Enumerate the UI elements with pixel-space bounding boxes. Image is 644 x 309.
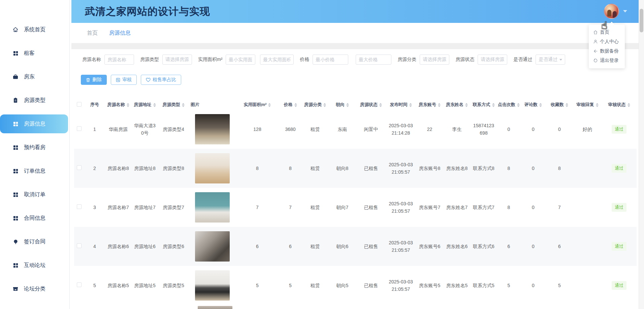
cell-favs: 0 bbox=[546, 110, 573, 149]
cell-orient: 东南 bbox=[328, 110, 356, 149]
cell-status: 已租售 bbox=[356, 149, 386, 188]
breadcrumb-current[interactable]: 房源信息 bbox=[109, 30, 131, 37]
cell-image bbox=[189, 110, 236, 149]
cell-time: 2025-03-03 21:14:28 bbox=[386, 110, 416, 149]
housing-name-input[interactable] bbox=[104, 55, 134, 65]
sidebar-item-cancelled-orders[interactable]: 取消订单 bbox=[0, 185, 69, 204]
sidebar-item-system-home[interactable]: 系统首页 bbox=[0, 20, 69, 39]
row-checkbox[interactable] bbox=[77, 243, 82, 248]
delete-button[interactable]: 删除 bbox=[81, 75, 107, 85]
sort-icon[interactable] bbox=[379, 103, 382, 107]
sidebar-item-forum[interactable]: 互动论坛 bbox=[0, 256, 69, 275]
cell-name: 房源名称7 bbox=[105, 188, 131, 227]
min-price-input[interactable] bbox=[313, 55, 348, 65]
home-icon bbox=[593, 30, 598, 35]
sidebar-item-housing-types[interactable]: 房源类型 bbox=[0, 91, 69, 110]
review-icon bbox=[116, 78, 120, 82]
passed-select[interactable]: 是否通过 bbox=[536, 55, 565, 65]
cell-addr: 华南大道30号 bbox=[131, 110, 158, 149]
sort-icon[interactable] bbox=[492, 103, 495, 107]
grid-icon bbox=[12, 168, 19, 174]
sort-icon[interactable] bbox=[438, 103, 441, 107]
sort-icon[interactable] bbox=[323, 103, 326, 107]
app-header: 武清之家网站的设计与实现 bbox=[71, 0, 639, 23]
cell-name: 华南房源 bbox=[105, 110, 131, 149]
sort-icon[interactable] bbox=[153, 103, 156, 107]
sort-icon[interactable] bbox=[596, 103, 599, 107]
cell-account: 房东账号7 bbox=[416, 188, 443, 227]
cell-image bbox=[189, 188, 236, 227]
sort-icon[interactable] bbox=[465, 103, 468, 107]
header-owner: 房东姓名 bbox=[443, 100, 471, 110]
cell-comments: 0 bbox=[521, 110, 546, 149]
cell-favs: 7 bbox=[546, 188, 573, 227]
sidebar-item-landlords[interactable]: 房东 bbox=[0, 67, 69, 86]
cell-addr: 房源地址5 bbox=[131, 266, 158, 305]
housing-status-select[interactable]: 请选择房源 bbox=[478, 55, 507, 65]
cell-account: 房东账号8 bbox=[416, 149, 443, 188]
sidebar-item-housing-info[interactable]: 房源信息 bbox=[0, 114, 68, 133]
row-checkbox[interactable] bbox=[77, 282, 82, 287]
menu-item-logout[interactable]: 退出登录 bbox=[593, 56, 625, 65]
header-contact: 联系方式 bbox=[471, 100, 497, 110]
header-account: 房东账号 bbox=[416, 100, 443, 110]
sidebar-item-label: 系统首页 bbox=[24, 26, 45, 33]
sort-icon[interactable] bbox=[127, 103, 129, 107]
table-row: 5 房源名称5 房源地址5 房源类型5 5 5 租赁 朝向5 已租售 2025-… bbox=[74, 266, 637, 305]
max-area-input[interactable] bbox=[260, 55, 294, 65]
sort-icon[interactable] bbox=[566, 103, 568, 107]
row-checkbox[interactable] bbox=[77, 165, 82, 170]
sort-icon[interactable] bbox=[539, 103, 542, 107]
user-dropdown-menu: 首页 个人中心 数据备份 退出登录 bbox=[589, 25, 625, 68]
cell-price: 7 bbox=[279, 188, 302, 227]
sidebar-item-viewing-appointments[interactable]: 预约看房 bbox=[0, 138, 69, 157]
store-icon bbox=[12, 285, 19, 292]
sort-icon[interactable] bbox=[346, 103, 349, 107]
rent-sale-ratio-button[interactable]: 租售率占比 bbox=[141, 75, 181, 85]
cell-audit: 通过 bbox=[602, 149, 637, 188]
breadcrumb-home[interactable]: 首页 bbox=[87, 30, 98, 37]
sidebar-item-label: 签订合同 bbox=[24, 238, 45, 245]
row-checkbox[interactable] bbox=[77, 204, 82, 209]
housing-category-select[interactable]: 请选择房源 bbox=[420, 55, 449, 65]
page-scrollbar[interactable] bbox=[639, 0, 644, 309]
sort-icon[interactable] bbox=[627, 103, 630, 107]
min-area-input[interactable] bbox=[226, 55, 255, 65]
sidebar-item-orders[interactable]: 订单信息 bbox=[0, 162, 69, 180]
sort-icon[interactable] bbox=[517, 103, 520, 107]
sort-icon[interactable] bbox=[294, 103, 297, 107]
sort-icon[interactable] bbox=[409, 103, 412, 107]
chevron-down-icon[interactable] bbox=[623, 10, 627, 12]
housing-table: 序号 房源名称 房源地址 房源类型 图片 实用面积m² 价格 房源分类 朝向 房… bbox=[74, 100, 637, 305]
menu-item-profile[interactable]: 个人中心 bbox=[593, 37, 625, 46]
user-avatar[interactable] bbox=[604, 4, 619, 19]
cell-type: 房源类型8 bbox=[158, 149, 189, 188]
room-photo bbox=[195, 114, 230, 144]
sort-icon[interactable] bbox=[182, 103, 185, 107]
housing-type-select[interactable]: 请选择房源 bbox=[162, 55, 192, 65]
sidebar-item-label: 预约看房 bbox=[24, 144, 45, 151]
breadcrumb: 首页 房源信息 bbox=[71, 23, 639, 43]
menu-item-backup[interactable]: 数据备份 bbox=[593, 46, 625, 56]
menu-item-home[interactable]: 首页 bbox=[593, 28, 625, 37]
sidebar-item-contracts[interactable]: 合同信息 bbox=[0, 209, 69, 228]
grid-icon bbox=[12, 262, 19, 269]
header-seq: 序号 bbox=[84, 100, 105, 110]
toolbar: 删除 审核 租售率占比 bbox=[81, 75, 639, 85]
cell-seq: 1 bbox=[84, 110, 105, 149]
cell-addr: 房源地址8 bbox=[131, 149, 158, 188]
sidebar-item-sign-contract[interactable]: 签订合同 bbox=[0, 232, 69, 251]
sort-icon[interactable] bbox=[268, 103, 271, 107]
max-price-input[interactable] bbox=[356, 55, 391, 65]
cell-contact: 联系方式8 bbox=[471, 149, 497, 188]
cell-comments: 0 bbox=[521, 149, 546, 188]
cell-owner: 房东姓名7 bbox=[443, 188, 471, 227]
cell-account: 房东账号6 bbox=[416, 227, 443, 266]
row-checkbox[interactable] bbox=[77, 126, 82, 131]
table-header-row: 序号 房源名称 房源地址 房源类型 图片 实用面积m² 价格 房源分类 朝向 房… bbox=[74, 100, 637, 110]
select-all-checkbox[interactable] bbox=[77, 102, 82, 107]
review-button[interactable]: 审核 bbox=[111, 75, 137, 85]
sidebar-item-tenants[interactable]: 租客 bbox=[0, 44, 69, 63]
sidebar-item-forum-categories[interactable]: 论坛分类 bbox=[0, 279, 69, 298]
scrollbar-thumb[interactable] bbox=[640, 9, 643, 32]
